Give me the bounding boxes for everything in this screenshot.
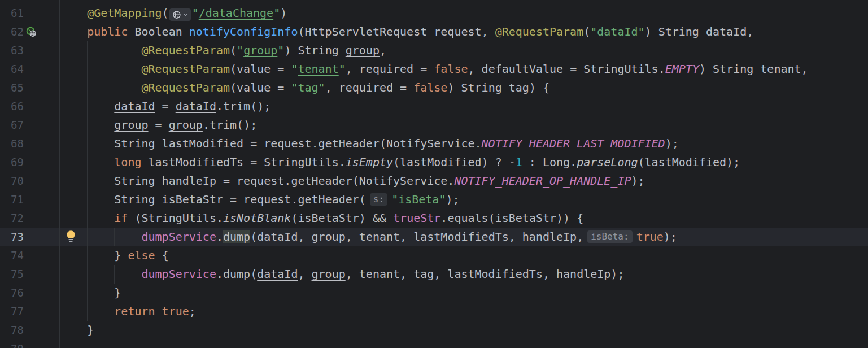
code-token: group	[243, 44, 277, 57]
code-line-77[interactable]: 77return true;	[0, 302, 868, 321]
code-token: "	[277, 44, 284, 57]
line-number[interactable]: 73	[0, 228, 24, 246]
code-token: );	[664, 230, 677, 243]
code-token: (	[230, 44, 237, 57]
code-token: public	[87, 25, 128, 38]
code-token: (	[250, 230, 257, 243]
line-number[interactable]: 63	[0, 41, 24, 60]
code-token: group	[169, 118, 203, 132]
code-token: "	[291, 81, 298, 94]
code-token: dataId	[257, 267, 298, 281]
code-line-66[interactable]: 66dataId = dataId.trim();	[0, 97, 868, 116]
code-token: ) String tenant,	[699, 62, 808, 76]
code-token: String isBetaStr = request.getHeader(	[114, 193, 366, 206]
line-number[interactable]: 74	[0, 246, 24, 265]
code-token: @RequestParam	[141, 62, 230, 76]
code-token: long	[114, 155, 141, 169]
code-line-71[interactable]: 71String isBetaStr = request.getHeader(s…	[0, 190, 868, 209]
line-number[interactable]: 72	[0, 209, 24, 228]
code-token: }	[114, 286, 121, 299]
code-line-67[interactable]: 67group = group.trim();	[0, 116, 868, 134]
code-token: group	[312, 267, 346, 281]
code-token: (StringUtils.	[128, 211, 223, 225]
code-token: dumpService	[141, 267, 216, 281]
code-token: ,	[298, 267, 311, 281]
code-token: EMPTY	[665, 62, 699, 76]
code-text: long lastModifiedTs = StringUtils.isEmpt…	[60, 153, 740, 172]
code-text: }	[60, 321, 94, 340]
line-number[interactable]: 66	[0, 97, 24, 116]
code-line-78[interactable]: 78}	[0, 321, 868, 340]
code-line-68[interactable]: 68String lastModified = request.getHeade…	[0, 134, 868, 153]
code-line-79[interactable]: 79	[0, 340, 868, 348]
code-token: @GetMapping	[87, 6, 162, 20]
code-token: (lastModified) ? -	[393, 155, 516, 169]
code-text: public Boolean notifyConfigInfo(HttpServ…	[60, 23, 753, 41]
code-token: trueStr	[393, 211, 440, 225]
code-line-63[interactable]: 63@RequestParam("group") String group,	[0, 41, 868, 60]
code-line-65[interactable]: 65@RequestParam(value = "tag", required …	[0, 79, 868, 97]
code-line-76[interactable]: 76}	[0, 284, 868, 302]
code-text: String lastModified = request.getHeader(…	[60, 134, 679, 153]
code-text: dataId = dataId.trim();	[60, 97, 271, 116]
line-number[interactable]: 69	[0, 153, 24, 172]
code-line-74[interactable]: 74} else {	[0, 246, 868, 265]
line-number[interactable]: 62	[0, 23, 24, 41]
code-text: @RequestParam("group") String group,	[60, 41, 386, 60]
line-number[interactable]: 77	[0, 302, 24, 321]
code-line-69[interactable]: 69long lastModifiedTs = StringUtils.isEm…	[0, 153, 868, 172]
code-line-62[interactable]: 62public Boolean notifyConfigInfo(HttpSe…	[0, 23, 868, 41]
code-token: NOTIFY_HEADER_LAST_MODIFIED	[482, 137, 665, 150]
line-number[interactable]: 76	[0, 284, 24, 302]
code-editor[interactable]: 61@GetMapping("/dataChange")62public Boo…	[0, 0, 868, 348]
code-token: isEmpty	[346, 155, 393, 169]
line-number[interactable]: 75	[0, 265, 24, 284]
code-token: (isBetaStr) &&	[291, 211, 393, 225]
url-mapping-globe-inlay[interactable]	[169, 8, 191, 21]
code-token: NOTIFY_HEADER_OP_HANDLE_IP	[454, 174, 631, 188]
code-token: , tenant, lastModifiedTs, handleIp,	[346, 230, 583, 243]
parameter-name-hint-inlay: s:	[370, 193, 387, 206]
code-token: parseLong	[577, 155, 638, 169]
line-number[interactable]: 67	[0, 116, 24, 134]
code-token: dataId	[114, 99, 155, 113]
line-number[interactable]: 78	[0, 321, 24, 340]
intention-bulb-icon[interactable]	[66, 230, 76, 249]
code-token: tag	[298, 81, 318, 94]
line-number[interactable]: 79	[0, 340, 24, 348]
code-token: "	[273, 6, 280, 20]
code-token: (HttpServletRequest request,	[298, 25, 495, 38]
code-token: String lastModified = request.getHeader(…	[114, 137, 481, 150]
code-token: Boolean	[128, 25, 189, 38]
code-line-70[interactable]: 70String handleIp = request.getHeader(No…	[0, 172, 868, 190]
code-token: @RequestParam	[141, 44, 230, 57]
code-token: if	[114, 211, 128, 225]
code-line-75[interactable]: 75dumpService.dump(dataId, group, tenant…	[0, 265, 868, 284]
code-line-72[interactable]: 72if (StringUtils.isNotBlank(isBetaStr) …	[0, 209, 868, 228]
code-token: );	[446, 193, 459, 206]
code-token: tenant	[298, 62, 338, 76]
code-line-73[interactable]: 73dumpService.dump(dataId, group, tenant…	[0, 228, 868, 246]
code-token: return true	[114, 304, 189, 318]
code-token: group	[346, 44, 380, 57]
line-number[interactable]: 61	[0, 4, 24, 23]
line-number[interactable]: 65	[0, 79, 24, 97]
code-token: .dump(	[216, 267, 257, 281]
gutter-border	[59, 0, 60, 348]
line-number[interactable]: 64	[0, 60, 24, 79]
code-token: dataId	[257, 230, 298, 243]
line-number[interactable]: 70	[0, 172, 24, 190]
code-token: "	[319, 81, 325, 94]
code-line-61[interactable]: 61@GetMapping("/dataChange")	[0, 4, 868, 23]
code-token: "isBeta"	[391, 193, 446, 206]
line-number[interactable]: 68	[0, 134, 24, 153]
request-mapping-gutter-icon[interactable]	[25, 25, 38, 44]
code-token: true	[636, 230, 664, 243]
code-token: false	[434, 62, 468, 76]
code-token: @RequestParam	[141, 81, 230, 94]
code-token: ) String	[284, 44, 345, 57]
code-token: false	[413, 81, 447, 94]
code-token: (lastModified);	[638, 155, 740, 169]
line-number[interactable]: 71	[0, 190, 24, 209]
code-line-64[interactable]: 64@RequestParam(value = "tenant", requir…	[0, 60, 868, 79]
